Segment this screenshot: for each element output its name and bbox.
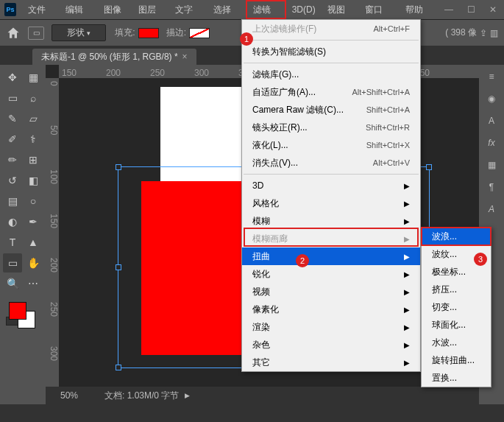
lasso-tool[interactable]: ⌕: [24, 88, 43, 108]
menuitem-filter-gallery[interactable]: 滤镜库(G)...: [242, 66, 420, 83]
options-right: ( 398 像 ⇪ ▥: [445, 27, 498, 39]
menuitem-distort[interactable]: 扭曲▶: [242, 247, 420, 265]
transform-handle[interactable]: [116, 264, 121, 270]
menu-view[interactable]: 视图(V): [322, 0, 360, 19]
stamp-tool[interactable]: ⊞: [24, 150, 43, 169]
submenuitem-wave[interactable]: 波浪...: [422, 228, 491, 245]
color-icon[interactable]: ◉: [484, 91, 499, 106]
app-logo-icon: Ps: [4, 3, 16, 16]
home-icon[interactable]: [6, 26, 21, 41]
menuitem-video[interactable]: 视频▶: [242, 283, 420, 300]
zoom-tool[interactable]: 🔍: [3, 274, 22, 293]
menuitem-smart-filter[interactable]: 转换为智能滤镜(S): [242, 43, 420, 60]
character-icon[interactable]: A: [484, 113, 499, 128]
close-button[interactable]: ✕: [482, 4, 504, 15]
share-icon[interactable]: ⇪: [480, 28, 487, 38]
submenuitem-pinch[interactable]: 挤压...: [422, 281, 491, 298]
properties-icon[interactable]: ≡: [484, 69, 499, 84]
status-bar: 50% 文档: 1.03M/0 字节 ▶: [46, 387, 479, 404]
menu-image[interactable]: 图像(I): [98, 0, 132, 19]
ruler-vertical: 050100150200250300: [46, 78, 59, 404]
menuitem-last-filter[interactable]: 上次滤镜操作(F)Alt+Ctrl+F: [242, 20, 420, 38]
menu-help[interactable]: 帮助(H): [400, 0, 438, 19]
menu-filter[interactable]: 滤镜(T): [246, 0, 286, 19]
menuitem-vanishing-point[interactable]: 消失点(V)...Alt+Ctrl+V: [242, 154, 420, 172]
menu-edit[interactable]: 编辑(E): [60, 0, 98, 19]
menuitem-blur[interactable]: 模糊▶: [242, 212, 420, 230]
brush-tool[interactable]: ✏: [3, 150, 22, 169]
path-select-tool[interactable]: ▲: [24, 233, 43, 252]
fill-swatch[interactable]: [138, 28, 159, 38]
shape-mode-select[interactable]: 形状 ▾: [52, 24, 106, 41]
styles-icon[interactable]: fx: [484, 136, 499, 150]
annotation-badge-1: 1: [240, 32, 253, 46]
menuitem-liquify[interactable]: 液化(L)...Shift+Ctrl+X: [242, 136, 420, 154]
distort-submenu: 波浪... 波纹... 极坐标... 挤压... 切变... 球面化... 水波…: [421, 227, 491, 387]
paragraph-icon[interactable]: ¶: [484, 180, 499, 194]
dodge-tool[interactable]: ◐: [3, 212, 22, 231]
transform-handle[interactable]: [116, 365, 121, 370]
menu-file[interactable]: 文件(F): [22, 0, 60, 19]
rectangle-tool[interactable]: ▭: [3, 253, 22, 272]
type-tool[interactable]: T: [3, 233, 22, 252]
menu-select[interactable]: 选择(S): [207, 0, 246, 19]
pen-tool[interactable]: ✒: [24, 212, 43, 231]
eyedropper-tool[interactable]: ✐: [3, 130, 22, 149]
panel-icon[interactable]: ▥: [490, 28, 498, 38]
menu-3d[interactable]: 3D(D): [286, 0, 322, 19]
menuitem-sharpen[interactable]: 锐化▶: [242, 265, 420, 283]
swatches-icon[interactable]: ▦: [484, 158, 499, 172]
move-tool[interactable]: ✥: [3, 68, 22, 87]
menuitem-blur-gallery[interactable]: 模糊画廊▶: [242, 230, 420, 247]
maximize-button[interactable]: ☐: [460, 4, 482, 15]
hand-tool[interactable]: ✋: [24, 253, 43, 272]
document-tab[interactable]: 未标题-1 @ 50% (矩形 1, RGB/8) *×: [32, 49, 196, 65]
crop-tool[interactable]: ▱: [24, 109, 43, 128]
healing-tool[interactable]: ⚕: [24, 130, 43, 149]
close-tab-icon[interactable]: ×: [182, 52, 188, 62]
menu-window[interactable]: 窗口(W): [359, 0, 400, 19]
menuitem-render[interactable]: 渲染▶: [242, 318, 420, 336]
edit-toolbar[interactable]: ⋯: [24, 274, 43, 293]
menuitem-pixelate[interactable]: 像素化▶: [242, 300, 420, 318]
menu-type[interactable]: 文字(Y): [169, 0, 207, 19]
menubar: Ps 文件(F) 编辑(E) 图像(I) 图层(L) 文字(Y) 选择(S) 滤…: [0, 0, 504, 19]
zoom-level[interactable]: 50%: [60, 390, 104, 401]
stroke-swatch[interactable]: [189, 28, 210, 38]
menuitem-lens-correction[interactable]: 镜头校正(R)...Shift+Ctrl+R: [242, 119, 420, 136]
menuitem-adaptive-wide[interactable]: 自适应广角(A)...Alt+Shift+Ctrl+A: [242, 83, 420, 101]
menuitem-camera-raw[interactable]: Camera Raw 滤镜(C)...Shift+Ctrl+A: [242, 101, 420, 119]
submenuitem-displace[interactable]: 置换...: [422, 369, 491, 387]
menuitem-3d[interactable]: 3D▶: [242, 177, 420, 194]
annotation-badge-2: 2: [296, 254, 309, 267]
submenuitem-spherize[interactable]: 球面化...: [422, 316, 491, 334]
menu-layer[interactable]: 图层(L): [132, 0, 169, 19]
transform-handle[interactable]: [116, 164, 121, 170]
menuitem-stylize[interactable]: 风格化▶: [242, 194, 420, 212]
glyphs-icon[interactable]: A: [484, 202, 499, 217]
fill-label: 填充:: [115, 27, 135, 39]
tool-preset-picker[interactable]: [28, 27, 44, 40]
artboard-tool[interactable]: ▦: [24, 68, 43, 87]
minimize-button[interactable]: —: [438, 4, 460, 15]
annotation-badge-3: 3: [474, 253, 487, 266]
submenuitem-shear[interactable]: 切变...: [422, 298, 491, 316]
eraser-tool[interactable]: ◧: [24, 171, 43, 190]
transform-handle[interactable]: [426, 164, 432, 170]
doc-info[interactable]: 文档: 1.03M/0 字节: [104, 390, 179, 402]
quick-select-tool[interactable]: ✎: [3, 109, 22, 128]
fg-color[interactable]: [9, 302, 26, 320]
history-brush-tool[interactable]: ↺: [3, 171, 22, 190]
doc-info-arrow-icon[interactable]: ▶: [185, 392, 190, 399]
filter-menu: 上次滤镜操作(F)Alt+Ctrl+F 转换为智能滤镜(S) 滤镜库(G)...…: [241, 19, 421, 372]
submenuitem-zigzag[interactable]: 水波...: [422, 334, 491, 351]
menuitem-noise[interactable]: 杂色▶: [242, 336, 420, 354]
blur-tool[interactable]: ○: [24, 191, 43, 211]
marquee-tool[interactable]: ▭: [3, 88, 22, 108]
color-swatches[interactable]: [3, 299, 43, 339]
stroke-label: 描边:: [166, 27, 186, 39]
gradient-tool[interactable]: ▤: [3, 191, 22, 211]
submenuitem-twirl[interactable]: 旋转扭曲...: [422, 351, 491, 369]
tools-panel: ✥ ▦ ▭ ⌕ ✎ ▱ ✐ ⚕ ✏ ⊞ ↺ ◧ ▤ ○ ◐ ✒ T ▲ ▭ ✋ …: [0, 65, 46, 404]
menuitem-other[interactable]: 其它▶: [242, 354, 420, 371]
